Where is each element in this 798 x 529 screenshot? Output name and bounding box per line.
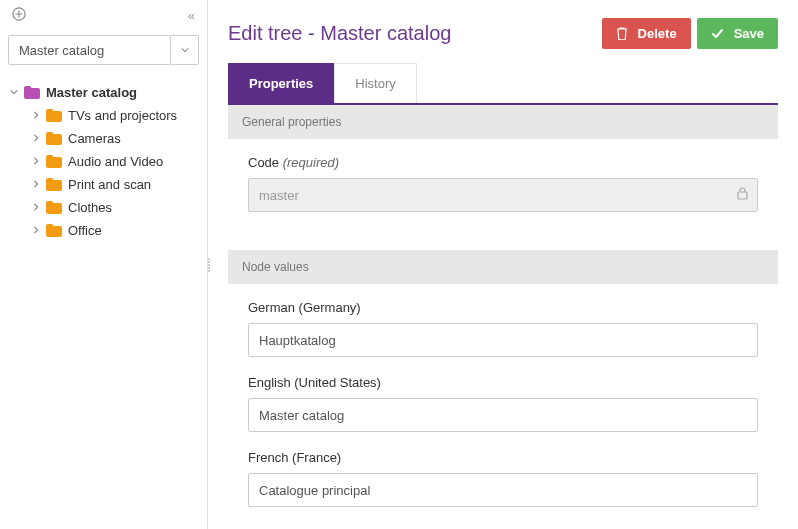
folder-icon (46, 201, 62, 214)
folder-icon (24, 86, 40, 99)
tab-properties[interactable]: Properties (228, 63, 334, 103)
save-button-label: Save (734, 26, 764, 41)
folder-icon (46, 224, 62, 237)
tree-node[interactable]: Print and scan (18, 173, 207, 196)
folder-icon (46, 132, 62, 145)
locale-label: French (France) (248, 450, 758, 465)
chevron-right-icon[interactable] (32, 225, 42, 236)
code-label: Code (required) (248, 155, 758, 170)
section-header-node-values: Node values (228, 250, 778, 284)
catalog-select[interactable]: Master catalog (8, 35, 171, 65)
tree-node-label: Cameras (68, 131, 121, 146)
tree-node[interactable]: Cameras (18, 127, 207, 150)
chevron-right-icon[interactable] (32, 133, 42, 144)
tree-node-label: Clothes (68, 200, 112, 215)
chevron-down-icon[interactable] (10, 87, 20, 98)
catalog-select-caret[interactable] (171, 35, 199, 65)
tree-node[interactable]: Clothes (18, 196, 207, 219)
delete-button-label: Delete (638, 26, 677, 41)
trash-icon (616, 27, 628, 40)
check-icon (711, 27, 724, 40)
tab-history[interactable]: History (334, 63, 416, 103)
tree-node-label: Office (68, 223, 102, 238)
main-panel: Edit tree - Master catalog Delete Save (208, 0, 798, 529)
category-tree: Master catalog TVs and projectorsCameras… (0, 75, 207, 242)
locale-input[interactable] (248, 473, 758, 507)
tree-node[interactable]: Audio and Video (18, 150, 207, 173)
svg-rect-1 (738, 192, 747, 199)
chevron-right-icon[interactable] (32, 202, 42, 213)
page-title: Edit tree - Master catalog (228, 22, 451, 45)
collapse-sidebar-icon[interactable]: « (184, 6, 199, 25)
chevron-right-icon[interactable] (32, 110, 42, 121)
section-header-general: General properties (228, 105, 778, 139)
tree-node-label: TVs and projectors (68, 108, 177, 123)
tree-root-label: Master catalog (46, 85, 137, 100)
lock-icon (737, 187, 748, 203)
folder-icon (46, 155, 62, 168)
locale-label: English (United States) (248, 375, 758, 390)
tree-node-label: Audio and Video (68, 154, 163, 169)
save-button[interactable]: Save (697, 18, 778, 49)
code-input (248, 178, 758, 212)
delete-button[interactable]: Delete (602, 18, 691, 49)
folder-icon (46, 178, 62, 191)
tree-node-label: Print and scan (68, 177, 151, 192)
catalog-select-value: Master catalog (19, 43, 104, 58)
tree-root[interactable]: Master catalog (0, 81, 207, 104)
chevron-right-icon[interactable] (32, 156, 42, 167)
tree-node[interactable]: TVs and projectors (18, 104, 207, 127)
folder-icon (46, 109, 62, 122)
tabs: Properties History (228, 63, 778, 105)
locale-label: German (Germany) (248, 300, 758, 315)
locale-input[interactable] (248, 323, 758, 357)
add-icon[interactable] (8, 7, 30, 24)
sidebar: « Master catalog Master catalog TVs and … (0, 0, 208, 529)
resize-handle[interactable] (208, 258, 210, 272)
tree-node[interactable]: Office (18, 219, 207, 242)
chevron-right-icon[interactable] (32, 179, 42, 190)
locale-input[interactable] (248, 398, 758, 432)
